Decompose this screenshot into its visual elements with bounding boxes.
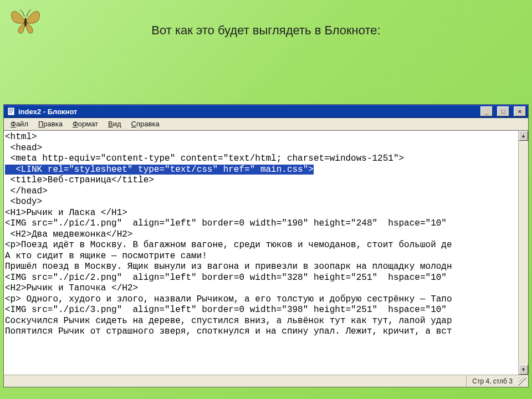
menu-help[interactable]: Справка bbox=[127, 119, 164, 129]
menubar: Файл Правка Формат Вид Справка bbox=[4, 118, 528, 130]
scroll-down-icon[interactable]: ▼ bbox=[519, 365, 528, 375]
window-title: index2 - Блокнот bbox=[18, 108, 77, 116]
scrollbar-track[interactable] bbox=[519, 141, 528, 365]
notepad-window: index2 - Блокнот _ □ × Файл Правка Форма… bbox=[3, 104, 529, 387]
minimize-button[interactable]: _ bbox=[480, 106, 493, 116]
svg-rect-1 bbox=[8, 108, 14, 115]
vertical-scrollbar[interactable]: ▲ ▼ bbox=[518, 131, 528, 375]
menu-view[interactable]: Вид bbox=[104, 119, 126, 129]
document-icon bbox=[7, 107, 15, 116]
close-button[interactable]: × bbox=[514, 106, 526, 116]
editor-content[interactable]: <html> <head> <meta http-equiv="content-… bbox=[4, 131, 518, 375]
scroll-up-icon[interactable]: ▲ bbox=[519, 131, 528, 141]
slide-title: Вот как это будет выглядеть в Блокноте: bbox=[0, 23, 532, 38]
maximize-button[interactable]: □ bbox=[497, 106, 509, 116]
resize-grip-icon[interactable] bbox=[519, 378, 526, 386]
statusbar: Стр 4, стлб 3 bbox=[4, 375, 528, 387]
menu-file[interactable]: Файл bbox=[6, 119, 33, 129]
titlebar[interactable]: index2 - Блокнот _ □ × bbox=[4, 105, 528, 118]
menu-format[interactable]: Формат bbox=[68, 119, 103, 129]
menu-edit[interactable]: Правка bbox=[34, 119, 67, 129]
